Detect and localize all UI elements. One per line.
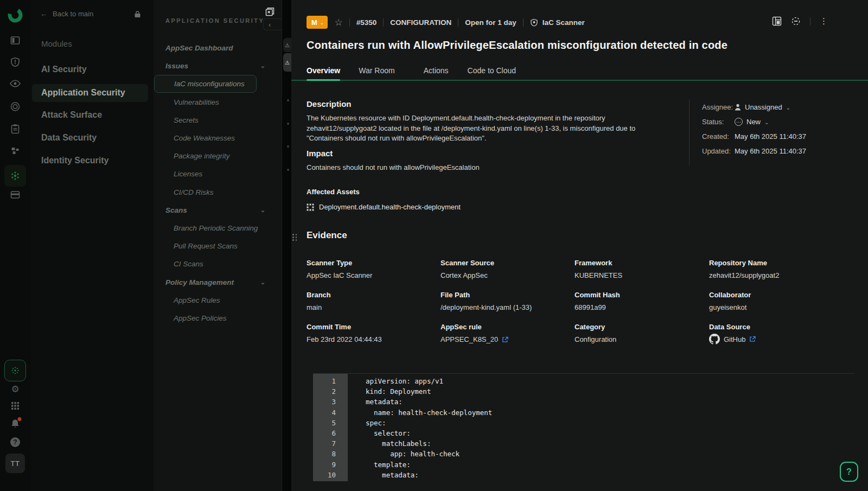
cortex-logo-icon[interactable] bbox=[7, 7, 24, 24]
submenu-item-package-integrity[interactable]: Package integrity bbox=[154, 147, 282, 165]
evidence-field-collaborator: Collaborator guyeisenkot bbox=[709, 291, 843, 311]
icon-rail: ⚙ ? TT bbox=[0, 0, 30, 491]
divider bbox=[458, 18, 458, 27]
evidence-drag-handle[interactable] bbox=[292, 234, 297, 241]
submenu-item-branch-periodic-scanning[interactable]: Branch Periodic Scanning bbox=[154, 219, 282, 237]
impact-heading: Impact bbox=[307, 149, 656, 158]
code-evidence-block[interactable]: 1apiVersion: apps/v1 2kind: Deployment 3… bbox=[313, 373, 854, 491]
sidebar-item-ai-security[interactable]: AI Security bbox=[41, 65, 87, 74]
copilot-button[interactable] bbox=[4, 360, 26, 381]
back-arrow-icon: ← bbox=[40, 10, 47, 18]
kebab-menu-icon[interactable]: ⋮ bbox=[820, 16, 828, 26]
star-favorite-icon[interactable]: ☆ bbox=[334, 17, 342, 28]
submenu-item-iac-misconfigurations[interactable]: IaC misconfigurations bbox=[154, 75, 282, 93]
chevron-down-icon: ⌄ bbox=[320, 20, 324, 25]
submenu-item-licenses[interactable]: Licenses bbox=[154, 165, 282, 183]
assets-blocks-icon[interactable] bbox=[10, 146, 21, 156]
lock-icon[interactable] bbox=[134, 10, 141, 20]
deployment-grid-icon bbox=[307, 203, 314, 211]
back-label: Back to main bbox=[53, 10, 93, 18]
submenu-item-appsec-rules[interactable]: AppSec Rules bbox=[154, 291, 282, 309]
chevron-down-icon: ⌄ bbox=[260, 207, 265, 214]
sidebar-item-application-security[interactable]: Application Security bbox=[32, 84, 148, 102]
impact-section: Impact Containers should not run with al… bbox=[307, 149, 656, 173]
assignee-label: Assignee: bbox=[702, 103, 735, 111]
layout-panel-icon[interactable] bbox=[772, 16, 782, 26]
application-security-module-icon[interactable] bbox=[4, 165, 26, 187]
sidebar-item-identity-security[interactable]: Identity Security bbox=[41, 156, 108, 165]
sidebar-item-data-security[interactable]: Data Security bbox=[41, 133, 97, 143]
submenu-item-appsec-dashboard[interactable]: AppSec Dashboard bbox=[154, 39, 282, 57]
divider bbox=[383, 18, 384, 27]
code-line: 10 metadata: bbox=[313, 470, 854, 480]
submenu-item-appsec-policies[interactable]: AppSec Policies bbox=[154, 309, 282, 327]
issue-open-duration: Open for 1 day bbox=[465, 18, 516, 27]
submenu-section-issues[interactable]: Issues⌄ bbox=[154, 57, 282, 75]
settings-gear-icon[interactable]: ⚙ bbox=[11, 384, 19, 395]
help-circle-icon[interactable]: ? bbox=[10, 437, 20, 447]
affected-asset-item[interactable]: Deployment.default.health-check-deployme… bbox=[307, 203, 461, 211]
tab-actions[interactable]: Actions bbox=[424, 61, 449, 80]
tab-code-to-cloud[interactable]: Code to Cloud bbox=[468, 61, 516, 80]
submenu-item-ci-scans[interactable]: CI Scans bbox=[154, 255, 282, 273]
warning-icon: ⚠ bbox=[285, 60, 290, 66]
popout-window-icon[interactable] bbox=[265, 7, 275, 18]
collapse-panel-button[interactable]: ‹ bbox=[263, 18, 282, 30]
created-label: Created: bbox=[702, 132, 735, 141]
dashboards-icon[interactable] bbox=[10, 35, 21, 46]
severity-badge[interactable]: M ⌄ bbox=[307, 16, 328, 29]
external-link-icon[interactable] bbox=[749, 336, 756, 342]
chevron-down-icon: ⌄ bbox=[786, 105, 790, 111]
submenu-section-policy-management[interactable]: Policy Management⌄ bbox=[154, 273, 282, 291]
status-value[interactable]: ⋯ New ⌄ bbox=[735, 118, 769, 126]
evidence-grid: Scanner Type AppSec IaC Scanner Scanner … bbox=[307, 259, 863, 356]
scanner-name: IaC Scanner bbox=[542, 18, 585, 27]
modules-sidebar: ← Back to main Modules AI Security Appli… bbox=[30, 0, 154, 491]
notifications-bell-icon[interactable] bbox=[11, 419, 20, 429]
pinned-dot bbox=[287, 99, 289, 101]
wallet-card-icon[interactable] bbox=[10, 190, 21, 199]
pinned-tab-strip: ⚠ ⚠ bbox=[282, 0, 291, 491]
visibility-eye-icon[interactable] bbox=[10, 80, 21, 87]
issue-details-panel: Assignee: Unassigned ⌄ Status: ⋯ New ⌄ C… bbox=[702, 100, 859, 158]
evidence-field-framework: Framework KUBERNETES bbox=[575, 259, 709, 279]
sidebar-item-attack-surface[interactable]: Attack Surface bbox=[41, 110, 102, 120]
submenu-item-secrets[interactable]: Secrets bbox=[154, 111, 282, 129]
user-avatar[interactable]: TT bbox=[5, 454, 25, 473]
reports-clipboard-icon[interactable] bbox=[11, 124, 20, 134]
submenu-item-cicd-risks[interactable]: CI/CD Risks bbox=[154, 183, 282, 201]
threats-shield-icon[interactable] bbox=[10, 57, 20, 67]
apps-grid-icon[interactable] bbox=[11, 401, 20, 410]
code-line: 4 name: health-check-deployment bbox=[313, 407, 854, 418]
github-icon bbox=[709, 334, 720, 345]
code-line: 6 selector: bbox=[313, 428, 854, 438]
focus-radar-icon[interactable] bbox=[791, 16, 801, 26]
submenu-item-code-weaknesses[interactable]: Code Weaknesses bbox=[154, 129, 282, 147]
issue-tabs: Overview War Room Actions Code to Cloud bbox=[291, 61, 868, 81]
evidence-field-scanner-type: Scanner Type AppSec IaC Scanner bbox=[307, 259, 441, 279]
target-icon[interactable] bbox=[10, 101, 21, 112]
help-floating-button[interactable]: ? bbox=[840, 462, 858, 482]
evidence-field-commit-hash: Commit Hash 68991a99 bbox=[575, 291, 709, 311]
submenu-item-vulnerabilities[interactable]: Vulnerabilities bbox=[154, 93, 282, 111]
status-row: Status: ⋯ New ⌄ bbox=[702, 114, 859, 129]
code-line: 7 matchLabels: bbox=[313, 438, 854, 449]
impact-text: Containers should not run with allowPriv… bbox=[307, 163, 656, 173]
pinned-dot bbox=[287, 145, 289, 148]
pinned-dot bbox=[287, 169, 289, 171]
description-text: The Kubernetes resource with ID Deployme… bbox=[307, 113, 656, 144]
submenu-section-scans[interactable]: Scans⌄ bbox=[154, 201, 282, 219]
assignee-value[interactable]: Unassigned ⌄ bbox=[735, 103, 790, 111]
submenu-item-pull-request-scans[interactable]: Pull Request Scans bbox=[154, 237, 282, 255]
issue-title: Containers run with AllowPrivilegeEscala… bbox=[307, 39, 852, 52]
code-line: 2kind: Deployment bbox=[313, 386, 854, 397]
back-to-main-button[interactable]: ← Back to main bbox=[40, 10, 93, 18]
tab-overview[interactable]: Overview bbox=[307, 61, 340, 80]
description-section: Description The Kubernetes resource with… bbox=[307, 99, 665, 144]
evidence-field-file-path: File Path /deployment-kind.yaml (1-33) bbox=[441, 291, 575, 311]
pinned-issue-tab[interactable]: ⚠ bbox=[283, 38, 291, 52]
scanner-shield-icon bbox=[530, 18, 538, 27]
pinned-issue-tab-active[interactable]: ⚠ bbox=[283, 53, 291, 72]
tab-war-room[interactable]: War Room bbox=[359, 61, 394, 80]
external-link-icon[interactable] bbox=[502, 336, 508, 343]
